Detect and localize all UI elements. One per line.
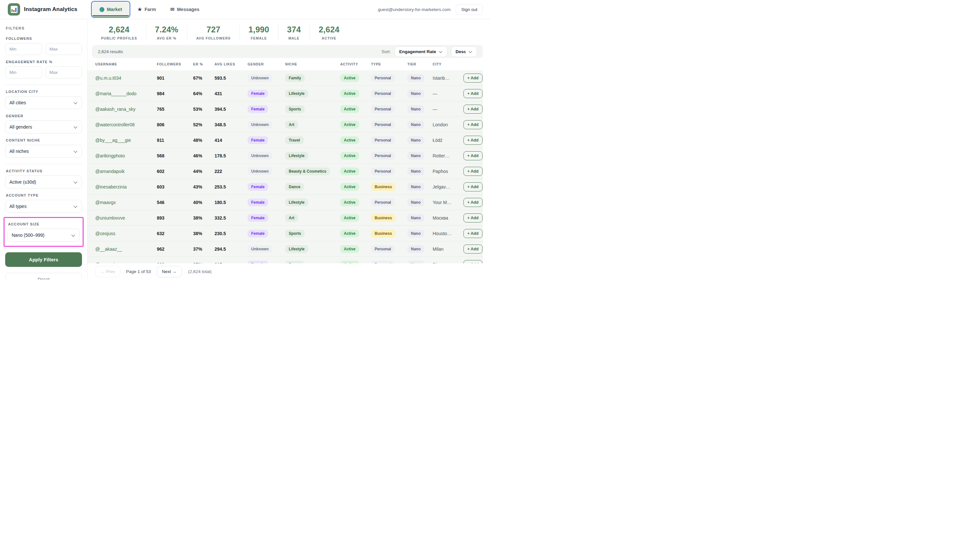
add-button[interactable]: + Add (463, 245, 483, 254)
add-button[interactable]: + Add (463, 198, 483, 207)
avg-likes-value: 332.5 (214, 215, 247, 220)
activity-badge-cell: Active (340, 183, 371, 191)
niche-badge: Lifestyle (285, 90, 308, 98)
next-page-button[interactable]: Next → (157, 266, 182, 277)
avg-likes-value: 394.5 (214, 107, 247, 112)
followers-value: 962 (157, 246, 193, 251)
username-link[interactable]: @uniumlovvve (95, 215, 157, 220)
niche-badge-cell: Art (285, 214, 340, 222)
column-header-avg-likes: AVG LIKES (214, 62, 247, 66)
add-button[interactable]: + Add (463, 104, 483, 114)
followers-min-input[interactable] (5, 43, 42, 55)
type-badge: Personal (371, 198, 395, 206)
add-button[interactable]: + Add (463, 182, 483, 192)
followers-max-input[interactable] (45, 43, 82, 55)
tier-badge-cell: Nano (407, 90, 433, 98)
username-link[interactable]: @ceojuss (95, 231, 157, 236)
niche-badge-cell: Sports (285, 230, 340, 237)
tier-badge-cell: Nano (407, 74, 433, 82)
city-value: — (433, 91, 463, 96)
add-button[interactable]: + Add (463, 167, 483, 176)
avg-likes-value: 222 (214, 169, 247, 174)
activity-badge: Active (340, 261, 359, 264)
add-button[interactable]: + Add (463, 136, 483, 145)
type-badge-cell: Personal (371, 245, 407, 253)
gender-badge-cell: Female (247, 198, 285, 206)
gender-value: All genders (9, 124, 32, 129)
avg-likes-value: 230.5 (214, 231, 247, 236)
username-link[interactable]: @aakash_rana_sky (95, 107, 157, 112)
activity-badge: Active (340, 136, 359, 144)
followers-value: 632 (157, 231, 193, 236)
gender-badge-cell: Female (247, 230, 285, 237)
globe-icon (99, 7, 104, 12)
envelope-icon: ✉ (170, 7, 174, 12)
add-button[interactable]: + Add (463, 120, 483, 129)
activity-status-select[interactable]: Active (≤30d) (5, 175, 82, 189)
type-badge-cell: Personal (371, 152, 407, 160)
location-city-select[interactable]: All cities (5, 96, 82, 109)
content-niche-select[interactable]: All niches (5, 145, 82, 158)
er-value: 53% (193, 107, 214, 112)
chevron-down-icon (73, 180, 77, 183)
add-button[interactable]: + Add (463, 229, 483, 238)
niche-badge: Art (285, 121, 298, 129)
er-min-input[interactable] (5, 66, 42, 78)
column-header-tier: TIER (407, 62, 433, 66)
tier-badge: Nano (407, 245, 424, 253)
username-link[interactable]: @maria______dodo (95, 91, 157, 96)
username-link[interactable]: @inesaberzinia (95, 184, 157, 189)
results-count: 2,624 results (98, 49, 123, 54)
apply-filters-button[interactable]: Apply Filters (5, 252, 82, 267)
username-link[interactable]: @u.m.u.t034 (95, 76, 157, 81)
tab-messages[interactable]: ✉ Messages (163, 0, 206, 19)
sidebar-divider (5, 84, 82, 85)
activity-badge-cell: Active (340, 245, 371, 253)
username-link[interactable]: @maavgx (95, 200, 157, 205)
sort-field-select[interactable]: Engagement Rate (395, 46, 447, 57)
column-header-activity: ACTIVITY (340, 62, 371, 66)
account-type-select[interactable]: All types (5, 200, 82, 213)
tab-market[interactable]: Market (91, 1, 131, 18)
type-badge-cell: Personal (371, 198, 407, 206)
niche-badge-cell: Lifestyle (285, 90, 340, 98)
activity-badge-cell: Active (340, 230, 371, 237)
gender-select[interactable]: All genders (5, 121, 82, 134)
prev-page-button[interactable]: ← Prev (95, 266, 120, 277)
city-value: Łódź (433, 138, 463, 143)
activity-badge: Active (340, 198, 359, 206)
activity-badge: Active (340, 90, 359, 98)
add-button[interactable]: + Add (463, 89, 483, 98)
tab-farm[interactable]: ★ Farm (130, 0, 163, 19)
add-button[interactable]: + Add (463, 73, 483, 83)
username-link[interactable]: @artkingphoto (95, 153, 157, 159)
add-button[interactable]: + Add (463, 213, 483, 223)
username-link[interactable]: @by___ag___gie (95, 138, 157, 143)
sort-direction-select[interactable]: Desc (451, 46, 477, 57)
add-button[interactable]: + Add (463, 151, 483, 160)
followers-value: 806 (157, 122, 193, 127)
reset-button[interactable]: Reset (5, 273, 82, 280)
username-link[interactable]: @__akaaz__ (95, 246, 157, 251)
top-navbar: Instagram Analytics Market ★ Farm ✉ Mess… (0, 0, 490, 19)
table-row: @u.m.u.t03490167%593.5UnknownFamilyActiv… (88, 70, 483, 86)
activity-badge: Active (340, 230, 359, 237)
gender-badge-cell: Female (247, 183, 285, 191)
tier-badge-cell: Nano (407, 105, 433, 113)
avg-likes-value: 178.5 (214, 153, 247, 159)
column-header-er: ER % (193, 62, 214, 66)
account-size-select[interactable]: Nano (500–999) (7, 229, 80, 241)
add-button-cell: + Add (463, 229, 483, 238)
city-value: Istanb… (433, 76, 463, 81)
username-link[interactable]: @amandapoik (95, 169, 157, 174)
avg-likes-value: 253.5 (214, 184, 247, 189)
er-max-input[interactable] (45, 66, 82, 78)
niche-badge-cell: Travel (285, 136, 340, 144)
followers-value: 546 (157, 200, 193, 205)
tab-market-label: Market (107, 7, 122, 12)
add-button[interactable]: + Add (463, 260, 483, 264)
stat-female: 1,990 FEMALE (240, 25, 279, 40)
username-link[interactable]: @watercontroller08 (95, 122, 157, 127)
niche-badge: Beauty & Cosmetics (285, 167, 330, 175)
sign-out-button[interactable]: Sign out (456, 4, 483, 15)
